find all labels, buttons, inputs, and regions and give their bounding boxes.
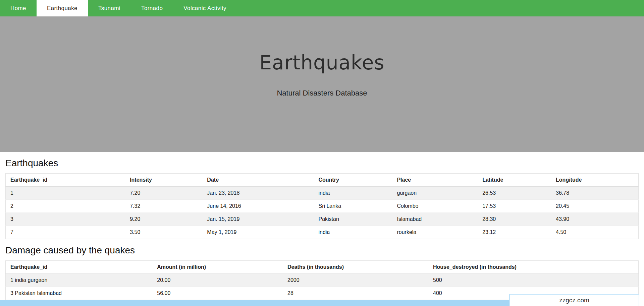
table-cell: gurgaon	[392, 187, 478, 200]
top-nav: HomeEarthquakeTsunamiTornadoVolcanic Act…	[0, 0, 644, 16]
table-cell: 3.50	[125, 226, 202, 239]
nav-item-tsunami[interactable]: Tsunami	[88, 0, 131, 16]
table-cell: June 14, 2016	[202, 200, 314, 213]
table-cell: 7.20	[125, 187, 202, 200]
table-cell: 2000	[283, 274, 428, 287]
table-cell: 500	[428, 274, 639, 287]
table-cell: Jan. 15, 2019	[202, 213, 314, 226]
earthquakes-table: Earthquake_idIntensityDateCountryPlaceLa…	[5, 173, 639, 239]
table-cell: 3 Pakistan Islamabad	[6, 287, 153, 300]
damage-table-header-row: Earthquake_idAmount (in million)Deaths (…	[6, 261, 639, 274]
table-cell: 26.53	[478, 187, 551, 200]
table-cell: 4.50	[551, 226, 638, 239]
table-cell: india	[314, 226, 392, 239]
column-header: Deaths (in thousands)	[283, 261, 428, 274]
table-cell: 1 india gurgaon	[6, 274, 153, 287]
nav-item-volcanic-activity[interactable]: Volcanic Activity	[173, 0, 237, 16]
column-header: Latitude	[478, 174, 551, 187]
table-cell: Islamabad	[392, 213, 478, 226]
column-header: Date	[202, 174, 314, 187]
table-cell: Sri Lanka	[314, 200, 392, 213]
column-header: Intensity	[125, 174, 202, 187]
table-row: 39.20Jan. 15, 2019PakistanIslamabad28.30…	[6, 213, 639, 226]
table-cell: 2	[6, 200, 125, 213]
table-cell: 9.20	[125, 213, 202, 226]
table-cell: india	[314, 187, 392, 200]
earthquakes-table-header-row: Earthquake_idIntensityDateCountryPlaceLa…	[6, 174, 639, 187]
table-cell: 1	[6, 187, 125, 200]
damage-heading: Damage caused by the quakes	[5, 245, 639, 256]
column-header: House_destroyed (in thousands)	[428, 261, 639, 274]
watermark-text: zzgcz.com	[559, 297, 589, 304]
horizontal-scrollbar-thumb[interactable]	[0, 300, 509, 306]
column-header: Longitude	[551, 174, 638, 187]
column-header: Amount (in million)	[152, 261, 283, 274]
watermark: zzgcz.com	[509, 294, 639, 306]
column-header: Earthquake_id	[6, 174, 125, 187]
table-cell: 23.12	[478, 226, 551, 239]
column-header: Country	[314, 174, 392, 187]
table-cell: 56.00	[152, 287, 283, 300]
earthquakes-heading: Earthquakes	[5, 158, 639, 169]
table-cell: 28	[283, 287, 428, 300]
table-row: 27.32June 14, 2016Sri LankaColombo17.532…	[6, 200, 639, 213]
table-cell: 3	[6, 213, 125, 226]
table-cell: Colombo	[392, 200, 478, 213]
table-cell: 17.53	[478, 200, 551, 213]
hero-banner: Earthquakes Natural Disasters Database	[0, 16, 644, 152]
table-cell: 43.90	[551, 213, 638, 226]
nav-item-home[interactable]: Home	[0, 0, 37, 16]
table-row: 73.50May 1, 2019indiarourkela23.124.50	[6, 226, 639, 239]
main-content: Earthquakes Earthquake_idIntensityDateCo…	[0, 158, 644, 300]
table-cell: Pakistan	[314, 213, 392, 226]
table-cell: Jan. 23, 2018	[202, 187, 314, 200]
table-cell: rourkela	[392, 226, 478, 239]
table-cell: 36.78	[551, 187, 638, 200]
table-cell: 20.00	[152, 274, 283, 287]
page-subtitle: Natural Disasters Database	[277, 89, 367, 98]
column-header: Place	[392, 174, 478, 187]
nav-item-earthquake[interactable]: Earthquake	[37, 0, 88, 16]
table-cell: 20.45	[551, 200, 638, 213]
column-header: Earthquake_id	[6, 261, 153, 274]
table-cell: 7.32	[125, 200, 202, 213]
table-cell: 28.30	[478, 213, 551, 226]
table-row: 17.20Jan. 23, 2018indiagurgaon26.5336.78	[6, 187, 639, 200]
nav-item-tornado[interactable]: Tornado	[131, 0, 173, 16]
page-title: Earthquakes	[259, 51, 384, 74]
table-cell: May 1, 2019	[202, 226, 314, 239]
table-row: 1 india gurgaon20.002000500	[6, 274, 639, 287]
table-cell: 7	[6, 226, 125, 239]
